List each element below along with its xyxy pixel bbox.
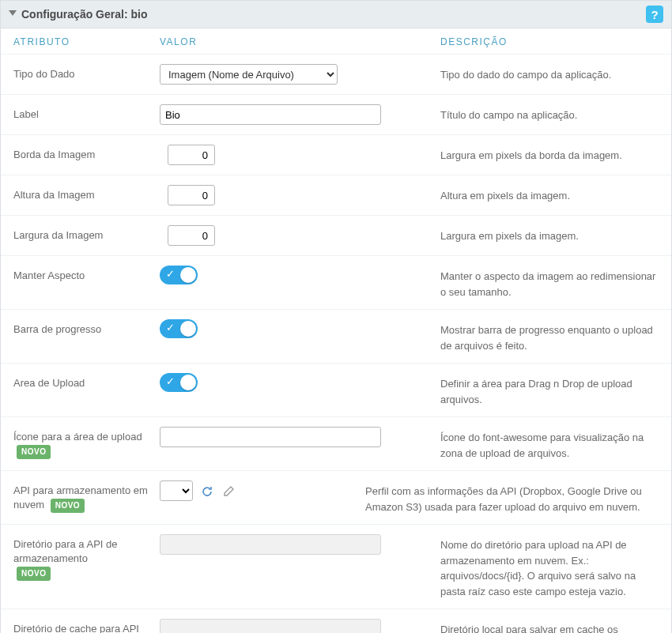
novo-badge: NOVO (17, 445, 51, 459)
help-icon: ? (651, 8, 658, 21)
attr-label: Diretório para a API de armazenamento (13, 538, 118, 564)
config-panel: Configuração Geral: bio ? ATRIBUTO VALOR… (0, 0, 672, 633)
col-header-val: VALOR (160, 36, 440, 47)
desc-text: Definir a área para Drag n Drop de uploa… (440, 373, 659, 407)
row-diretorio-cache: Diretório de cache para API de armazenam… (1, 609, 671, 633)
row-borda-da-imagem: Borda da Imagem Largura em pixels da bor… (1, 135, 671, 175)
attr-label: Barra de progresso (13, 319, 160, 337)
desc-text: Mostrar barra de progresso enquanto o up… (440, 319, 659, 353)
row-label: Label Título do campo na aplicação. (1, 95, 671, 135)
check-icon: ✓ (166, 268, 175, 280)
novo-badge: NOVO (17, 567, 51, 581)
row-altura-da-imagem: Altura da Imagem Altura em pixels da ima… (1, 175, 671, 216)
desc-text: Ícone do font-awesome para visualização … (440, 427, 659, 461)
largura-input[interactable] (168, 225, 215, 246)
attr-label: Manter Aspecto (13, 266, 160, 283)
row-tipo-do-dado: Tipo do Dado Imagem (Nome de Arquivo) Ti… (1, 55, 671, 95)
attr-label: Ícone para a área de upload (13, 431, 142, 443)
columns-header: ATRIBUTO VALOR DESCRIÇÃO (1, 28, 671, 55)
desc-text: Largura em pixels da imagem. (440, 225, 659, 244)
attr-label: Altura da Imagem (13, 185, 160, 202)
desc-text: Perfil com as informações da API (Dropbo… (365, 480, 659, 514)
row-area-de-upload: Area de Upload ✓ Definir a área para Dra… (1, 364, 671, 417)
col-header-attr: ATRIBUTO (13, 36, 160, 47)
check-icon: ✓ (166, 375, 175, 387)
row-icone-area-upload: Ícone para a área de upload NOVO Ícone d… (1, 417, 671, 471)
help-button[interactable]: ? (646, 6, 663, 23)
manter-aspecto-toggle[interactable]: ✓ (160, 266, 198, 284)
diretorio-api-input (160, 534, 381, 555)
desc-text: Altura em pixels da imagem. (440, 185, 659, 204)
col-header-desc: DESCRIÇÃO (440, 36, 659, 47)
attr-label: Diretório de cache para API de armazenam… (13, 623, 139, 633)
check-icon: ✓ (166, 322, 175, 333)
desc-text: Título do campo na aplicação. (440, 104, 659, 123)
icone-area-input[interactable] (160, 427, 381, 447)
novo-badge: NOVO (51, 499, 85, 513)
desc-text: Largura em pixels da borda da imagem. (440, 145, 659, 164)
row-largura-da-imagem: Largura da Imagem Largura em pixels da i… (1, 216, 671, 256)
panel-title: Configuração Geral: bio (21, 8, 147, 21)
diretorio-cache-input (160, 619, 381, 633)
label-input[interactable] (160, 104, 381, 125)
svg-marker-0 (9, 10, 17, 16)
row-api-armazenamento: API para armazenamento em nuvem NOVO Per… (1, 471, 671, 525)
barra-progresso-toggle[interactable]: ✓ (160, 319, 198, 338)
row-diretorio-api: Diretório para a API de armazenamento NO… (1, 525, 671, 609)
attr-label: Tipo do Dado (13, 64, 160, 81)
desc-text: Manter o aspecto da imagem ao redimensio… (440, 266, 659, 300)
attr-label: Borda da Imagem (13, 145, 160, 162)
panel-header: Configuração Geral: bio ? (1, 1, 671, 28)
edit-icon[interactable] (221, 484, 236, 499)
tipo-do-dado-select[interactable]: Imagem (Nome de Arquivo) (160, 64, 338, 85)
api-select[interactable] (160, 480, 193, 501)
altura-input[interactable] (168, 185, 215, 205)
refresh-icon[interactable] (199, 484, 215, 499)
desc-text: Diretório local para salvar em cache os … (440, 619, 659, 633)
attr-label: Area de Upload (13, 373, 160, 390)
attr-label: Largura da Imagem (13, 225, 160, 243)
attr-label: Label (13, 104, 160, 122)
borda-input[interactable] (168, 145, 215, 165)
desc-text: Tipo do dado do campo da aplicação. (440, 64, 659, 83)
row-barra-de-progresso: Barra de progresso ✓ Mostrar barra de pr… (1, 310, 671, 364)
area-upload-toggle[interactable]: ✓ (160, 373, 198, 392)
desc-text: Nome do diretório para upload na API de … (440, 534, 659, 599)
collapse-icon[interactable] (9, 10, 17, 18)
row-manter-aspecto: Manter Aspecto ✓ Manter o aspecto da ima… (1, 256, 671, 310)
